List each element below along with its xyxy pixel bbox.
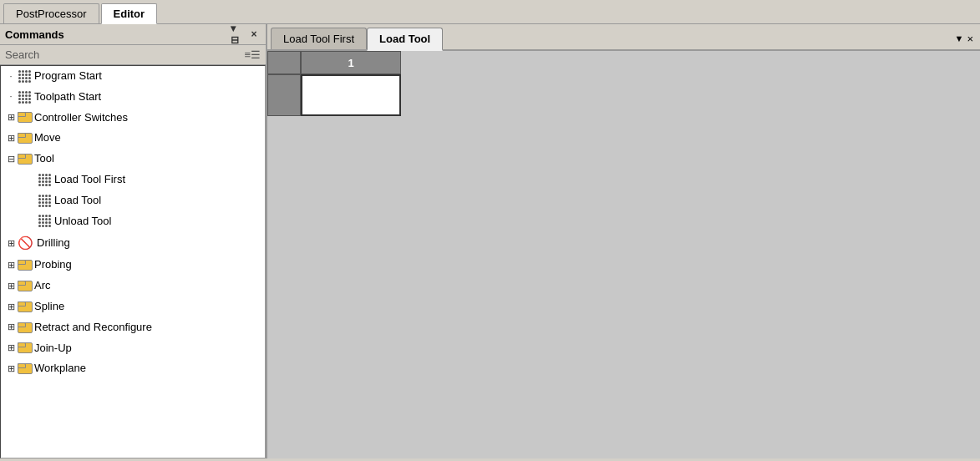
top-tab-bar: PostProcessor Editor (0, 0, 980, 24)
label-load-tool-first: Load Tool First (54, 171, 125, 189)
icon-toolpath-start (18, 90, 31, 104)
label-join-up: Join-Up (34, 340, 72, 357)
commands-tree[interactable]: · Program Start · (0, 65, 266, 458)
icon-unload-tool (38, 215, 51, 228)
search-bar: Search ≡☰ (0, 45, 266, 65)
label-tool: Tool (34, 150, 54, 168)
label-toolpath-start: Toolpath Start (34, 89, 101, 106)
expander-move[interactable]: ⊞ (4, 131, 18, 146)
search-label: Search (5, 48, 39, 61)
expander-workplane[interactable]: ⊞ (4, 362, 18, 377)
filter-icon[interactable]: ≡☰ (244, 48, 261, 61)
editor-grid: 1 (267, 51, 401, 116)
expander-controller-switches[interactable]: ⊞ (4, 110, 18, 125)
label-probing: Probing (34, 256, 72, 274)
commands-label: Commands (5, 28, 64, 41)
tree-item-load-tool-first[interactable]: · Load Tool First (1, 170, 265, 190)
icon-load-tool (38, 194, 51, 207)
pin-icon[interactable]: ▾ ⊟ (231, 28, 244, 41)
tree-item-arc[interactable]: ⊞ Arc (1, 276, 265, 296)
grid-row-num-1 (267, 74, 301, 116)
label-workplane: Workplane (34, 360, 86, 377)
icon-controller-switches (18, 112, 31, 123)
label-load-tool: Load Tool (54, 192, 101, 210)
tree-item-probing[interactable]: ⊞ Probing (1, 255, 265, 276)
icon-probing (18, 260, 31, 271)
tree-item-load-tool[interactable]: · Load Tool (1, 190, 265, 211)
tab-load-tool[interactable]: Load Tool (367, 28, 443, 51)
tree-item-workplane[interactable]: ⊞ Workplane (1, 358, 265, 379)
label-program-start: Program Start (34, 68, 102, 85)
icon-drilling: 🚫 (18, 233, 33, 253)
tree-item-spline[interactable]: ⊞ Spline (1, 296, 265, 317)
tree-item-retract-reconfig[interactable]: ⊞ Retract and Reconfigure (1, 317, 265, 338)
tab-load-tool-first[interactable]: Load Tool First (271, 28, 367, 49)
icon-program-start (18, 69, 31, 83)
label-retract-reconfig: Retract and Reconfigure (34, 319, 152, 337)
grid-cell-1-1[interactable] (301, 74, 401, 116)
editor-tabs-right: ▼ × (955, 28, 977, 49)
tree-item-program-start[interactable]: · Program Start (1, 66, 265, 87)
expander-program-start: · (4, 69, 18, 84)
icon-workplane (18, 363, 31, 374)
expander-tool[interactable]: ⊟ (4, 152, 18, 167)
icon-spline (18, 301, 31, 312)
tab-dropdown-icon[interactable]: ▼ (955, 33, 964, 43)
expander-drilling[interactable]: ⊞ (4, 236, 18, 251)
right-panel: Load Tool First Load Tool ▼ × 1 (267, 24, 980, 458)
expander-arc[interactable]: ⊞ (4, 279, 18, 294)
tree-item-drilling[interactable]: ⊞ 🚫 Drilling (1, 231, 265, 255)
expander-spline[interactable]: ⊞ (4, 300, 18, 315)
main-layout: Commands ▾ ⊟ × Search ≡☰ · (0, 24, 980, 458)
grid-data-row-1 (267, 74, 401, 116)
tree-item-tool[interactable]: ⊟ Tool (1, 149, 265, 170)
close-editor-button[interactable]: × (967, 33, 973, 45)
icon-load-tool-first (38, 173, 51, 186)
icon-move (18, 133, 31, 144)
grid-row-num-header (267, 51, 301, 74)
tree-item-unload-tool[interactable]: · Unload Tool (1, 211, 265, 232)
tree-item-controller-switches[interactable]: ⊞ Controller Switches (1, 108, 265, 129)
label-unload-tool: Unload Tool (54, 213, 111, 230)
label-arc: Arc (34, 277, 51, 295)
panel-header-icons: ▾ ⊟ × (231, 28, 261, 41)
label-drilling: Drilling (37, 235, 70, 252)
left-panel: Commands ▾ ⊟ × Search ≡☰ · (0, 24, 267, 458)
editor-content: 1 (267, 51, 980, 458)
tab-postprocessor[interactable]: PostProcessor (3, 3, 99, 23)
icon-retract-reconfig (18, 322, 31, 333)
label-move: Move (34, 129, 61, 147)
expander-join-up[interactable]: ⊞ (4, 341, 18, 356)
close-panel-button[interactable]: × (247, 28, 261, 41)
expander-probing[interactable]: ⊞ (4, 258, 18, 273)
label-spline: Spline (34, 298, 64, 316)
label-controller-switches: Controller Switches (34, 109, 128, 127)
tree-item-join-up[interactable]: ⊞ Join-Up (1, 338, 265, 359)
expander-toolpath-start: · (4, 89, 18, 104)
tree-item-toolpath-start[interactable]: · Toolpath Start (1, 87, 265, 108)
icon-arc (18, 281, 31, 291)
icon-join-up (18, 342, 31, 353)
grid-col-1-header: 1 (301, 51, 401, 74)
expander-retract-reconfig[interactable]: ⊞ (4, 320, 18, 335)
tab-editor[interactable]: Editor (101, 3, 158, 24)
editor-tabs-bar: Load Tool First Load Tool ▼ × (267, 24, 980, 51)
grid-header-row: 1 (267, 51, 401, 74)
tree-item-move[interactable]: ⊞ Move (1, 128, 265, 149)
icon-tool (18, 154, 31, 165)
commands-panel-header: Commands ▾ ⊟ × (0, 24, 266, 45)
